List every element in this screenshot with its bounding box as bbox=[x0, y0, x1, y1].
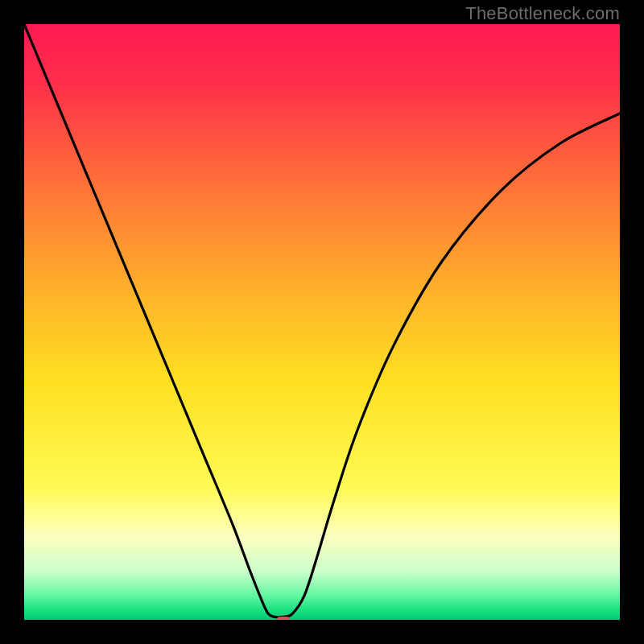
optimal-marker bbox=[277, 617, 290, 620]
chart-frame: TheBottleneck.com bbox=[0, 0, 644, 644]
bottleneck-curve bbox=[24, 24, 620, 617]
curve-layer bbox=[24, 24, 620, 620]
plot-area bbox=[24, 24, 620, 620]
watermark-text: TheBottleneck.com bbox=[465, 3, 620, 24]
